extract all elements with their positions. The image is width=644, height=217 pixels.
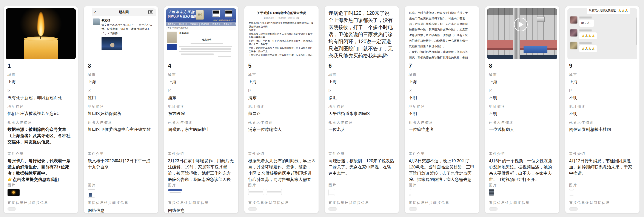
screenshot-text: 医院。当时有些低烧，但是发热门诊在消杀，于 是在门口的黑夜里等待了很久，可是由于… bbox=[409, 10, 476, 59]
record-card[interactable]: ‹ 上海市东方医院 同济大学附属东方医院 100 bbox=[164, 6, 238, 213]
image-thumbnail[interactable] bbox=[328, 189, 335, 196]
moments-post: 钱文雄 钱文雄于2022年4月12日下午一点十九分去世。疫情期间一切从简。家属目… bbox=[92, 16, 156, 50]
air-conditioner bbox=[537, 16, 545, 22]
field-label-city: 城市 bbox=[409, 73, 475, 77]
field-label-event: 事件介绍 bbox=[8, 152, 74, 156]
qr-label: 患者移动服务平台 bbox=[222, 19, 235, 21]
record-header-image[interactable]: ‹ 上海市东方医院 同济大学附属东方医院 100 bbox=[166, 8, 236, 59]
field-label-direct: 直接信息还是间接信息 bbox=[248, 201, 315, 205]
record-header-image[interactable]: ‹ bbox=[407, 8, 477, 59]
poster-name: 钱文雄 bbox=[102, 18, 154, 22]
record-header-image[interactable]: ‹ bbox=[327, 8, 397, 59]
record-header-image[interactable]: ‹ bbox=[6, 8, 76, 59]
event-value: 4月3日突感不适，晚上19:30叫了120急救。当时面临全员核酸，三甲医院门急诊… bbox=[409, 158, 474, 183]
city-value: 上海 bbox=[248, 79, 315, 85]
video-thumbnail bbox=[487, 8, 557, 59]
deceased-value: 浦东一位哮喘病人 bbox=[248, 126, 315, 133]
image-thumbnail[interactable] bbox=[409, 189, 411, 196]
city-value: 上海 bbox=[8, 79, 74, 85]
lower-band bbox=[487, 55, 557, 59]
field-label-deceased: 死者大体描述 bbox=[489, 120, 556, 125]
event-value: 3月23日在家中哮喘发作，用药后无法缓解。19时，家属驾车送其就诊，被医院拒收。… bbox=[168, 158, 234, 183]
notice-title: 情况说明 bbox=[179, 38, 234, 41]
card-number: 6 bbox=[328, 62, 395, 69]
address-value: 他们不应该被漠视甚至忘记。 bbox=[8, 110, 74, 117]
event-value: 钱文雄于2022年4月12日下午一点十九分自杀 bbox=[88, 158, 150, 169]
address-value: 不明 bbox=[409, 110, 475, 117]
submit-info-link[interactable]: 👉点击这里提交信息给我们 bbox=[8, 176, 74, 183]
record-header-image[interactable]: ‹ 朋友圈 钱文雄 钱文雄于2022年4月12日下午一点十九分去世。疫情期间一切… bbox=[86, 8, 156, 59]
document-title: 关于对浦东120急救中心的调查情况 bbox=[249, 11, 314, 15]
field-label-address: 地址描述 bbox=[8, 104, 74, 109]
candle-body bbox=[24, 38, 58, 59]
record-header-image[interactable]: ‹ bbox=[487, 8, 557, 59]
deceased-value: 一位癌症患者 bbox=[409, 126, 475, 133]
city-value: 上海 bbox=[168, 79, 234, 85]
breadcrumb: 首页 >>首页>>最新动态 bbox=[166, 26, 236, 30]
blurred-username bbox=[579, 42, 592, 44]
camera-icon bbox=[148, 10, 153, 14]
deceased-value: 一位透析病人 bbox=[489, 126, 556, 133]
record-card[interactable]: ‹ bbox=[485, 6, 560, 213]
image-thumbnail[interactable] bbox=[569, 189, 574, 196]
field-label-city: 城市 bbox=[328, 73, 395, 77]
field-label-district: 区 bbox=[88, 88, 154, 93]
field-label-deceased: 死者大体描述 bbox=[328, 120, 395, 125]
deceased-value: 一位老人 bbox=[328, 126, 395, 133]
deceased-value: 虹口区卫健委信息中心主任钱文雄 bbox=[88, 126, 154, 133]
image-thumbnail[interactable] bbox=[248, 189, 264, 195]
field-label-address: 地址描述 bbox=[88, 104, 154, 109]
event-value: 4月12日传出消息，韦桂国因脑溢血、封控期间联系救治未果，于家中病逝。 bbox=[569, 158, 632, 176]
chat-scrollbar bbox=[636, 17, 636, 45]
record-card[interactable]: ‹ bbox=[324, 6, 399, 213]
address-value: 不明 bbox=[489, 110, 556, 117]
card-number: 5 bbox=[248, 62, 315, 69]
image-thumbnail[interactable] bbox=[168, 189, 182, 195]
record-card[interactable]: ‹ 关于对浦东120急救中心的调查情况 bbox=[244, 6, 319, 213]
site-banner: 上海市东方医院 同济大学附属东方医院 100 微信二维码 患者移动服务平台 bbox=[166, 8, 236, 22]
candle-photo bbox=[6, 8, 76, 59]
document-meta: 【信息来源：】【信息时间：2022-03-31】 bbox=[249, 16, 314, 19]
image-thumbnail[interactable] bbox=[266, 189, 282, 195]
district-value: 徐汇 bbox=[328, 95, 395, 101]
image-thumbnail[interactable] bbox=[489, 189, 494, 196]
record-header-image[interactable]: ‹ 关于对浦东120急救中心的调查情况 bbox=[246, 8, 316, 59]
play-button-icon[interactable] bbox=[514, 18, 528, 31]
district-value: 没有死于新冠，却因新冠而死 bbox=[8, 95, 74, 101]
card-number: 8 bbox=[489, 62, 556, 69]
event-value: 4月6日的一个视频，一位女性在撕心裂肺地哭泣。据视频描述，她的亲人要做透析，出不… bbox=[489, 158, 552, 182]
blurred-text-line bbox=[179, 51, 231, 52]
image-thumbnail[interactable] bbox=[8, 189, 20, 196]
field-label-address: 地址描述 bbox=[248, 104, 315, 109]
field-label-address: 地址描述 bbox=[409, 104, 475, 109]
moments-title: 朋友圈 bbox=[92, 10, 156, 14]
blurred-text-line bbox=[179, 46, 232, 47]
empty-value-pill bbox=[328, 207, 337, 211]
card-number: 7 bbox=[409, 62, 475, 69]
document-body: 在航昌路376弄小区120急救医生未向求救患者施救的情况，我委立即连夜启动调 报… bbox=[249, 21, 314, 56]
field-label-district: 区 bbox=[489, 88, 556, 93]
blurred-username bbox=[579, 29, 592, 31]
field-label-image: 图片 bbox=[88, 183, 154, 188]
city-value: 上海 bbox=[569, 79, 636, 85]
field-label-image: 图片 bbox=[8, 183, 74, 188]
field-label-address: 地址描述 bbox=[569, 104, 636, 109]
record-card[interactable]: ‹ bbox=[404, 6, 479, 213]
image-thumbnail[interactable] bbox=[88, 189, 95, 198]
blurred-text-line bbox=[181, 53, 214, 55]
record-card[interactable]: ‹ bbox=[565, 6, 640, 213]
field-label-city: 城市 bbox=[489, 73, 556, 77]
city-value: 上海 bbox=[88, 79, 154, 85]
field-label-direct: 直接信息还是间接信息 bbox=[328, 201, 395, 205]
field-label-address: 地址描述 bbox=[168, 104, 234, 109]
blue-awning bbox=[524, 46, 548, 53]
blurred-text-line bbox=[218, 56, 231, 57]
deceased-value: 周盛妮，东方医院护士 bbox=[168, 126, 234, 133]
city-value: 上海 bbox=[489, 79, 556, 85]
field-label-deceased: 死者大体描述 bbox=[88, 120, 154, 125]
record-card[interactable]: ‹ bbox=[4, 6, 78, 213]
field-label-city: 城市 bbox=[88, 73, 154, 77]
record-header-image[interactable]: ‹ bbox=[568, 8, 637, 59]
record-card[interactable]: ‹ 朋友圈 钱文雄 钱文雄于2022年4月12日下午一点十九分去世。疫情期间一切… bbox=[84, 6, 158, 213]
field-label-direct: 直接信息还是间接信息 bbox=[168, 201, 234, 205]
